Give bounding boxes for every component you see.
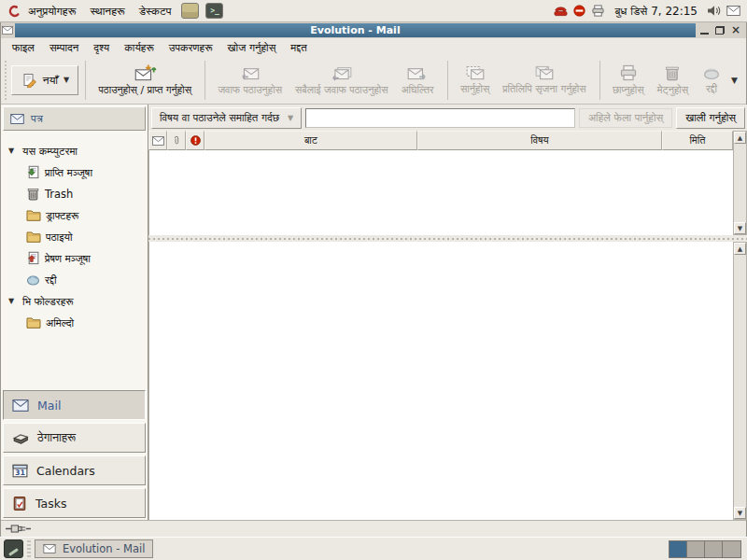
menubar: फाइल सम्पादन दृश्य कार्यहरू उपकरणहरू खोज… bbox=[1, 38, 746, 56]
column-date[interactable]: मिति bbox=[662, 131, 733, 150]
trash-icon bbox=[26, 187, 40, 201]
folder-pane-header[interactable]: पत्र bbox=[3, 106, 146, 131]
expander-icon[interactable]: ▼ bbox=[8, 147, 18, 155]
menu-view[interactable]: दृश्य bbox=[87, 39, 116, 56]
main-menu-logo-icon[interactable] bbox=[5, 3, 21, 19]
column-attachment[interactable] bbox=[167, 131, 186, 150]
message-list-scrollbar[interactable]: ▲ ▼ bbox=[733, 131, 747, 235]
close-button[interactable]: × bbox=[731, 26, 740, 35]
switcher-contacts-button[interactable]: ठेगानाहरू bbox=[3, 423, 146, 453]
minimize-button[interactable] bbox=[700, 26, 709, 35]
reply-button[interactable]: जवाफ पठाउनुहोस bbox=[211, 63, 289, 98]
toolbar-grip[interactable] bbox=[5, 61, 7, 100]
print-button[interactable]: छाप्नुहोस् bbox=[606, 63, 651, 98]
preview-pane-wrap: ▲ ▼ bbox=[148, 242, 747, 520]
gnome-top-panel: अनुप्रयोगहरू स्थानहरू डेस्कटप >_ बुध डिस… bbox=[0, 0, 747, 22]
window-menu-icon[interactable] bbox=[1, 26, 14, 35]
column-subject[interactable]: विषय bbox=[417, 131, 662, 150]
tree-item-outbox[interactable]: प्रेषण मञ्जूषा bbox=[1, 247, 148, 269]
calendar-icon bbox=[12, 463, 28, 478]
panel-menu-places[interactable]: स्थानहरू bbox=[83, 3, 131, 20]
menu-help[interactable]: मद्दत bbox=[284, 39, 313, 56]
mail-content: विषय वा पठाउनेले समाहित गर्दछ ▼ अहिले फे… bbox=[148, 105, 747, 520]
online-status-plug-icon[interactable] bbox=[6, 524, 31, 534]
printer-icon bbox=[619, 64, 638, 81]
delete-button[interactable]: मेट्नुहोस् bbox=[651, 63, 695, 98]
workspace-3[interactable] bbox=[705, 541, 723, 557]
message-preview[interactable] bbox=[148, 242, 733, 520]
copy-icon bbox=[534, 64, 555, 80]
column-from[interactable]: बाट bbox=[204, 131, 417, 150]
column-status[interactable] bbox=[148, 131, 167, 150]
panel-clock[interactable]: बुध डिसे 7, 22:15 bbox=[611, 5, 701, 18]
chevron-down-icon: ▼ bbox=[63, 76, 69, 84]
switcher-mail-button[interactable]: Mail bbox=[3, 390, 146, 420]
menu-search[interactable]: खोज गर्नुहोस् bbox=[221, 39, 283, 56]
terminal-launcher-icon[interactable]: >_ bbox=[205, 3, 223, 19]
switcher-calendars-button[interactable]: Calendars bbox=[3, 455, 146, 485]
tree-item-junk[interactable]: रद्दी bbox=[1, 269, 148, 290]
preview-scrollbar[interactable]: ▲ ▼ bbox=[733, 242, 747, 520]
workspace-switcher bbox=[669, 540, 741, 558]
forward-icon bbox=[406, 64, 429, 81]
menu-tools[interactable]: उपकरणहरू bbox=[162, 39, 219, 56]
titlebar[interactable]: Evolution - Mail × bbox=[1, 22, 746, 38]
scroll-down-icon[interactable]: ▼ bbox=[734, 222, 746, 234]
send-receive-icon bbox=[133, 63, 157, 81]
tree-item-unmatched[interactable]: अमिल्दो bbox=[1, 312, 148, 333]
search-criteria-dropdown[interactable]: विषय वा पठाउनेले समाहित गर्दछ ▼ bbox=[151, 107, 302, 129]
tree-item-inbox[interactable]: प्राप्ति मञ्जूषा bbox=[1, 161, 148, 183]
applet-grip[interactable] bbox=[27, 540, 31, 557]
junk-icon bbox=[26, 273, 40, 286]
workspace-1[interactable] bbox=[669, 541, 687, 557]
scroll-up-icon[interactable]: ▲ bbox=[734, 243, 746, 255]
clear-button[interactable]: खाली गर्नुहोस् bbox=[676, 107, 745, 129]
component-switcher: Mail ठेगानाहरू Calendars Tasks bbox=[1, 387, 148, 520]
new-button[interactable]: नयाँ ▼ bbox=[11, 65, 78, 95]
contacts-icon bbox=[12, 431, 29, 445]
junk-button[interactable]: रद्दी bbox=[695, 63, 728, 97]
expander-icon[interactable]: ▼ bbox=[8, 297, 18, 305]
menu-file[interactable]: फाइल bbox=[6, 39, 41, 56]
tree-group-this-computer[interactable]: ▼ यस कम्प्युटरमा bbox=[1, 140, 148, 161]
scroll-up-icon[interactable]: ▲ bbox=[734, 132, 746, 144]
send-receive-button[interactable]: पठाउनुहोस् / प्राप्त गर्नुहोस् bbox=[92, 62, 198, 98]
reply-all-button[interactable]: सबैलाई जवाफ पठाउनुहोस bbox=[289, 63, 395, 98]
maximize-button[interactable] bbox=[715, 26, 725, 35]
message-list[interactable] bbox=[148, 150, 733, 235]
pane-splitter[interactable] bbox=[148, 235, 747, 242]
menu-edit[interactable]: सम्पादन bbox=[43, 39, 85, 56]
folder-icon bbox=[26, 209, 41, 221]
menu-actions[interactable]: कार्यहरू bbox=[118, 39, 161, 56]
panel-menu-applications[interactable]: अनुप्रयोगहरू bbox=[21, 3, 82, 20]
printer-status-icon[interactable] bbox=[591, 5, 605, 17]
tree-item-drafts[interactable]: ड्राफ्टहरू bbox=[1, 204, 148, 226]
folder-tree: ▼ यस कम्प्युटरमा प्राप्ति मञ्जूषा Trash … bbox=[1, 133, 148, 387]
workspace-4[interactable] bbox=[723, 541, 740, 557]
show-desktop-button[interactable] bbox=[4, 539, 23, 558]
toolbar-overflow-chevron-icon[interactable]: ▼ bbox=[728, 76, 740, 85]
tree-group-vfolders[interactable]: ▼ भि फोल्डरहरू bbox=[1, 290, 148, 312]
mail-notification-icon[interactable] bbox=[726, 6, 740, 16]
taskbar-window-button[interactable]: Evolution - Mail bbox=[35, 539, 153, 558]
find-now-button[interactable]: अहिले फेला पार्नुहोस् bbox=[579, 108, 672, 128]
tasks-icon bbox=[12, 496, 27, 511]
copy-button[interactable]: प्रतिलिपि सृजना गर्नुहोस bbox=[496, 63, 592, 97]
scroll-down-icon[interactable]: ▼ bbox=[734, 507, 746, 519]
tree-item-sent[interactable]: पठाइयो bbox=[1, 226, 148, 247]
volume-icon[interactable] bbox=[707, 5, 721, 17]
workspace-2[interactable] bbox=[687, 541, 705, 557]
chevron-down-icon: ▼ bbox=[288, 114, 293, 122]
update-alert-icon[interactable] bbox=[573, 5, 585, 17]
switcher-tasks-button[interactable]: Tasks bbox=[3, 488, 146, 518]
search-input[interactable] bbox=[305, 108, 575, 128]
file-manager-launcher-icon[interactable] bbox=[181, 3, 199, 19]
forward-button[interactable]: अघिल्तिर bbox=[395, 63, 441, 98]
panel-menu-desktop[interactable]: डेस्कटप bbox=[133, 3, 178, 20]
tree-item-trash[interactable]: Trash bbox=[1, 183, 148, 204]
column-importance[interactable] bbox=[186, 131, 204, 150]
search-bar: विषय वा पठाउनेले समाहित गर्दछ ▼ अहिले फे… bbox=[148, 105, 747, 131]
modem-status-icon[interactable] bbox=[554, 5, 568, 17]
junk-icon bbox=[701, 64, 722, 80]
move-button[interactable]: सार्नुहोस् bbox=[454, 63, 496, 97]
